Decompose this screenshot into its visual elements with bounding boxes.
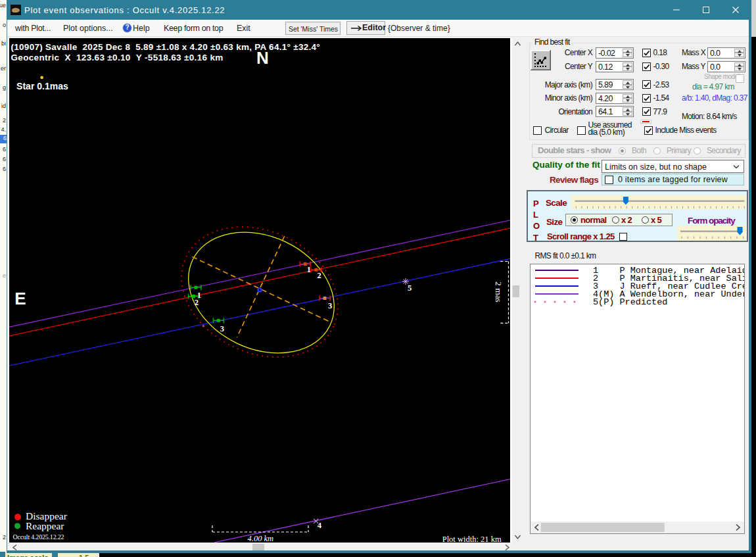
svg-text:2: 2 [195,298,199,307]
svg-text:Reappear: Reappear [26,520,64,531]
svg-text:(10907) Savalle 2025 Dec 8 5: (10907) Savalle 2025 Dec 8 5.89 ±1.08 x … [11,42,321,52]
svg-text:Plot width: 21 km: Plot width: 21 km [442,535,502,543]
svg-text:3: 3 [328,301,332,310]
svg-text:Geocentric X 123.63 ±0.10 Y: Geocentric X 123.63 ±0.10 Y -5518.63 ±0.… [11,53,224,62]
svg-text:Star 0.1mas: Star 0.1mas [16,81,68,91]
svg-text:1: 1 [307,265,311,274]
svg-text:5: 5 [408,283,412,293]
svg-text:2 mas: 2 mas [494,281,504,303]
svg-text:N: N [256,48,269,68]
svg-text:Occult 4.2025.12.22: Occult 4.2025.12.22 [13,533,64,541]
svg-text:2: 2 [317,271,321,280]
svg-text:4.00 km: 4.00 km [248,534,274,543]
svg-text:E: E [14,289,26,308]
svg-text:4: 4 [318,521,322,530]
svg-text:3: 3 [220,324,224,333]
